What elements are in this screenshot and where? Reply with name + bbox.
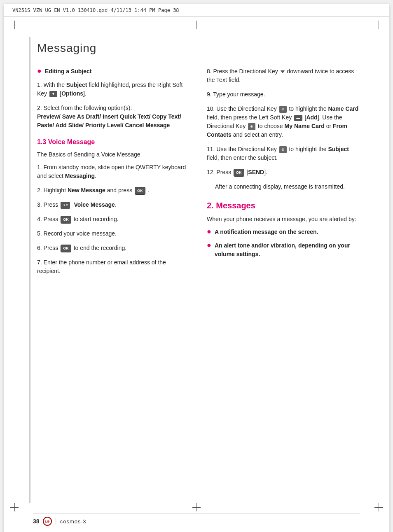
vm-step-6-content: 6. Press OK to end the recording. (37, 244, 190, 252)
step-1: 1. With the Subject field highlighted, p… (37, 81, 190, 98)
reg-mark-tl (10, 21, 19, 29)
dir-key-icon-10: ⊕ (279, 106, 287, 113)
bullet-dot-2: ● (207, 241, 211, 249)
left-soft-key-icon: ▬ (294, 115, 302, 121)
step-9: 9. Type your message. (207, 90, 360, 99)
ok-button-step2: OK (135, 187, 145, 195)
vm-step-7-content: 7. Enter the phone number or email addre… (37, 258, 190, 275)
step-11-content: 11. Use the Directional Key ⊕ to highlig… (207, 145, 360, 162)
footer-separator: | (55, 518, 57, 525)
lg-logo: LG (43, 517, 52, 526)
ok-button-step4: OK (61, 216, 71, 224)
left-accent-bar (29, 37, 30, 503)
vm-step-5: 5. Record your voice message. (37, 229, 190, 238)
dir-key-icon-11: ⊕ (279, 146, 287, 154)
vm-step-5-content: 5. Record your voice message. (37, 229, 190, 238)
step-1-content: 1. With the Subject field highlighted, p… (37, 81, 190, 98)
product-name: cosmos·3 (60, 518, 87, 525)
ok-button-step6: OK (61, 245, 71, 253)
page-footer: 38 LG | cosmos·3 (33, 513, 360, 526)
vm-step-2: 2. Highlight New Message and press OK . (37, 186, 190, 195)
step-12-content: 12. Press OK [SEND]. (207, 168, 360, 177)
btn-3-icon: 3 # (61, 202, 70, 209)
notification-text: A notification message on the screen. (215, 228, 318, 236)
step-10: 10. Use the Directional Key ⊕ to highlig… (207, 105, 360, 139)
vm-step-4: 4. Press OK to start recording. (37, 215, 190, 224)
step-8: 8. Press the Directional Key downward tw… (207, 67, 360, 84)
page: VN251S_VZW_UG_EN_V1.0_130410.qxd 4/11/13… (4, 4, 389, 532)
right-column: 8. Press the Directional Key downward tw… (207, 67, 360, 281)
voice-message-subheading: 1.3 Voice Message (37, 137, 190, 147)
editing-subject-label: Editing a Subject (45, 67, 92, 76)
bullet-dot-1: ● (207, 228, 211, 235)
vm-step-6: 6. Press OK to end the recording. (37, 244, 190, 252)
after-send-note: After a connecting display, message is t… (215, 182, 360, 191)
center-mark-top (192, 21, 201, 29)
vm-step-3-content: 3. Press 3 # Voice Message. (37, 201, 190, 209)
reg-mark-tr (374, 21, 383, 29)
dir-key-icon-10b: ⊕ (248, 123, 255, 131)
vm-step-4-content: 4. Press OK to start recording. (37, 215, 190, 224)
section-title: Messaging (37, 42, 360, 55)
step-2: 2. Select from the following option(s): … (37, 104, 190, 130)
reg-mark-bl (10, 503, 19, 511)
options-button: ▼ (49, 91, 57, 98)
step-8-content: 8. Press the Directional Key downward tw… (207, 67, 360, 84)
page-header: VN251S_VZW_UG_EN_V1.0_130410.qxd 4/11/13… (4, 4, 389, 17)
left-column: ● Editing a Subject 1. With the Subject … (37, 67, 190, 281)
vm-step-2-content: 2. Highlight New Message and press OK . (37, 186, 190, 195)
messages-desc: When your phone receives a message, you … (207, 215, 360, 224)
step-9-content: 9. Type your message. (207, 90, 360, 99)
alert-bullet: ● An alert tone and/or vibration, depend… (207, 241, 360, 259)
editing-subject-heading: ● Editing a Subject (37, 67, 190, 76)
center-mark-bottom (192, 503, 201, 511)
alert-text: An alert tone and/or vibration, dependin… (215, 241, 360, 259)
vm-step-1: 1. From standby mode, slide open the QWE… (37, 163, 190, 180)
lg-circle-icon: LG (43, 517, 52, 526)
two-column-layout: ● Editing a Subject 1. With the Subject … (37, 67, 360, 281)
vm-step-1-content: 1. From standby mode, slide open the QWE… (37, 163, 190, 180)
step-11: 11. Use the Directional Key ⊕ to highlig… (207, 145, 360, 162)
ok-button-step12: OK (234, 169, 244, 177)
notification-bullet: ● A notification message on the screen. (207, 228, 360, 236)
main-content: Messaging ● Editing a Subject 1. With th… (4, 17, 389, 314)
bullet-dot: ● (37, 67, 42, 75)
step-12: 12. Press OK [SEND]. (207, 168, 360, 177)
header-filename: VN251S_VZW_UG_EN_V1.0_130410.qxd 4/11/13… (12, 7, 179, 13)
arrow-down-icon (281, 70, 285, 73)
messages-heading: 2. Messages (207, 199, 360, 212)
page-number: 38 (33, 518, 40, 525)
step-2-content: 2. Select from the following option(s): … (37, 104, 190, 130)
step-10-content: 10. Use the Directional Key ⊕ to highlig… (207, 105, 360, 139)
vm-step-7: 7. Enter the phone number or email addre… (37, 258, 190, 275)
vm-step-3: 3. Press 3 # Voice Message. (37, 201, 190, 209)
voice-message-desc: The Basics of Sending a Voice Message (37, 150, 190, 159)
reg-mark-br (374, 503, 383, 511)
